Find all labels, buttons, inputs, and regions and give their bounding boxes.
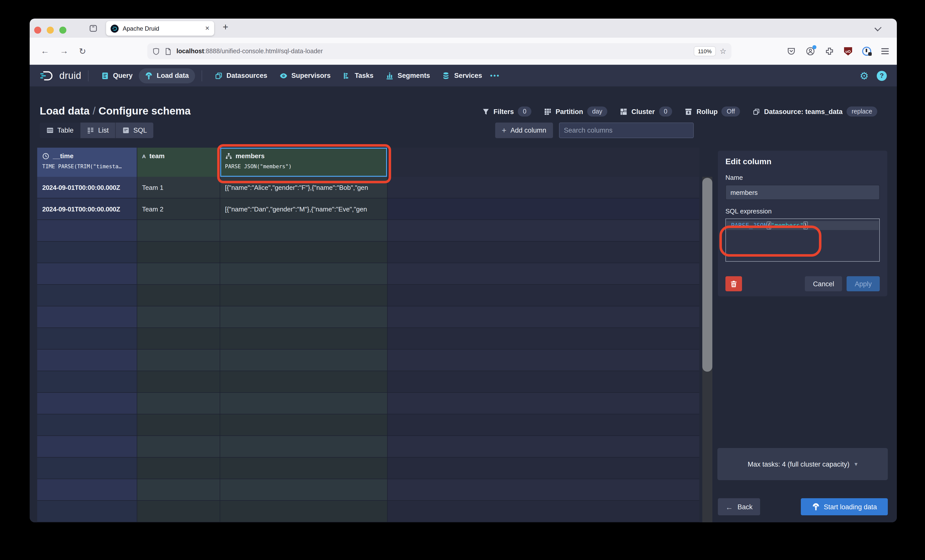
onepassword-icon[interactable] [862, 47, 871, 56]
back-icon[interactable]: ← [41, 46, 49, 56]
view-label: SQL [134, 126, 147, 134]
nav-item-tasks[interactable]: Tasks [337, 68, 380, 83]
nav-more-button[interactable]: ••• [490, 72, 500, 80]
close-window-button[interactable] [34, 27, 41, 34]
column-members: members PARSE_JSON("members") [{"name":"… [220, 148, 387, 522]
nav-item-datasources[interactable]: Datasources [208, 68, 273, 83]
table-cell[interactable]: 2024-09-01T00:00:00.000Z [37, 177, 137, 198]
url-host: localhost [176, 48, 204, 55]
column-empty-area [387, 148, 699, 522]
rollup-control[interactable]: Rollup Off [685, 107, 740, 117]
clock-icon [42, 152, 49, 159]
control-label: Rollup [696, 108, 718, 115]
pocket-icon[interactable] [787, 47, 796, 56]
datasource-control[interactable]: Datasource: teams_data replace [753, 107, 877, 117]
caret-down-icon: ▾ [855, 461, 858, 468]
empty-rows [387, 220, 699, 522]
nav-label: Query [113, 72, 133, 80]
nav-label: Supervisors [291, 72, 330, 80]
menu-icon[interactable] [881, 48, 889, 54]
account-icon[interactable] [806, 47, 815, 56]
column-name-input[interactable] [725, 185, 880, 200]
help-icon[interactable]: ? [877, 71, 887, 81]
add-column-button[interactable]: + Add column [495, 123, 553, 138]
column-name: __time [53, 152, 74, 160]
druid-wordmark: druid [59, 70, 81, 81]
nav-item-segments[interactable]: Segments [380, 68, 436, 83]
column-header-time[interactable]: __time TIME_PARSE(TRIM("timesta… [37, 148, 137, 177]
nav-item-services[interactable]: Services [436, 68, 488, 83]
plus-icon: + [502, 126, 506, 135]
services-database-icon [442, 72, 450, 80]
nav-label: Services [454, 72, 482, 80]
view-toggle-group: Table List SQL [40, 123, 154, 138]
page-info-icon[interactable] [164, 48, 172, 55]
table-view-icon [46, 126, 54, 134]
nav-item-load-data[interactable]: Load data [139, 68, 195, 83]
toolbar-extensions: uO [787, 38, 889, 65]
cancel-button[interactable]: Cancel [805, 276, 842, 291]
filters-control[interactable]: Filters 0 [482, 107, 531, 117]
apply-button[interactable]: Apply [847, 276, 880, 291]
firefox-view-icon[interactable] [89, 24, 98, 33]
view-table-button[interactable]: Table [40, 123, 81, 138]
window-controls [34, 27, 66, 34]
nav-label: Segments [398, 72, 430, 80]
browser-window: Apache Druid ✕ + ← → ↻ localhost:8888/un… [30, 19, 897, 522]
table-cell[interactable]: [{"name":"Dan","gender":"M"},{"name":"Ev… [220, 198, 387, 220]
rollup-archive-icon [685, 108, 693, 115]
page-title-prefix: Load data [40, 105, 89, 117]
tab-close-icon[interactable]: ✕ [205, 25, 209, 32]
app-nav-bar: druid Query Load data Datasources Superv… [30, 65, 897, 86]
nav-item-supervisors[interactable]: Supervisors [273, 68, 337, 83]
shield-icon[interactable] [152, 48, 160, 55]
back-button[interactable]: ← Back [718, 498, 760, 515]
cluster-control[interactable]: Cluster 0 [620, 107, 672, 117]
browser-nav-buttons: ← → ↻ [41, 38, 86, 65]
url-path: :8888/unified-console.html#sql-data-load… [204, 48, 323, 55]
zoom-level-badge[interactable]: 110% [694, 47, 715, 56]
new-tab-button[interactable]: + [223, 22, 228, 33]
search-columns-input[interactable] [559, 123, 693, 138]
supervisors-eye-icon [279, 72, 287, 80]
column-header-team[interactable]: A team [137, 148, 220, 177]
column-team: A team Team 1 Team 2 [137, 148, 220, 522]
table-cell[interactable]: Team 1 [137, 177, 220, 198]
table-cell[interactable]: Team 2 [137, 198, 220, 220]
druid-logo-icon [40, 70, 55, 81]
partition-control[interactable]: Partition day [544, 107, 607, 117]
max-tasks-dropdown[interactable]: Max tasks: 4 (full cluster capacity) ▾ [717, 448, 888, 480]
bookmark-star-icon[interactable]: ☆ [720, 47, 726, 56]
table-cell-empty [387, 198, 699, 220]
nav-item-query[interactable]: Query [95, 68, 139, 83]
table-cell[interactable]: 2024-09-01T00:00:00.000Z [37, 198, 137, 220]
reload-icon[interactable]: ↻ [79, 46, 86, 57]
list-tabs-chevron-icon[interactable] [874, 24, 881, 32]
browser-tab[interactable]: Apache Druid ✕ [106, 21, 214, 36]
maximize-window-button[interactable] [59, 27, 66, 34]
view-label: List [98, 126, 109, 134]
datasources-icon [214, 72, 223, 80]
ublock-origin-icon[interactable]: uO [844, 47, 852, 56]
druid-console: druid Query Load data Datasources Superv… [30, 65, 897, 522]
nav-label: Datasources [226, 72, 267, 80]
string-type-icon: A [142, 153, 146, 159]
table-scrollbar-thumb[interactable] [702, 178, 713, 372]
forward-icon[interactable]: → [60, 46, 68, 56]
view-list-button[interactable]: List [81, 123, 116, 138]
delete-column-button[interactable] [725, 276, 742, 291]
minimize-window-button[interactable] [47, 27, 54, 34]
table-actions: + Add column [495, 123, 693, 138]
url-text[interactable]: localhost:8888/unified-console.html#sql-… [176, 48, 323, 55]
settings-gear-icon[interactable]: ⚙ [860, 71, 869, 81]
table-cell-empty [387, 177, 699, 198]
rollup-badge: Off [722, 107, 740, 117]
empty-header-area [387, 148, 699, 177]
datasource-badge: replace [847, 107, 877, 117]
view-sql-button[interactable]: SQL [116, 123, 154, 138]
druid-logo[interactable]: druid [40, 70, 81, 81]
start-loading-data-button[interactable]: Start loading data [801, 498, 888, 515]
extensions-puzzle-icon[interactable] [825, 47, 834, 56]
url-bar[interactable]: localhost:8888/unified-console.html#sql-… [147, 43, 731, 59]
control-label: Datasource: teams_data [764, 108, 842, 115]
